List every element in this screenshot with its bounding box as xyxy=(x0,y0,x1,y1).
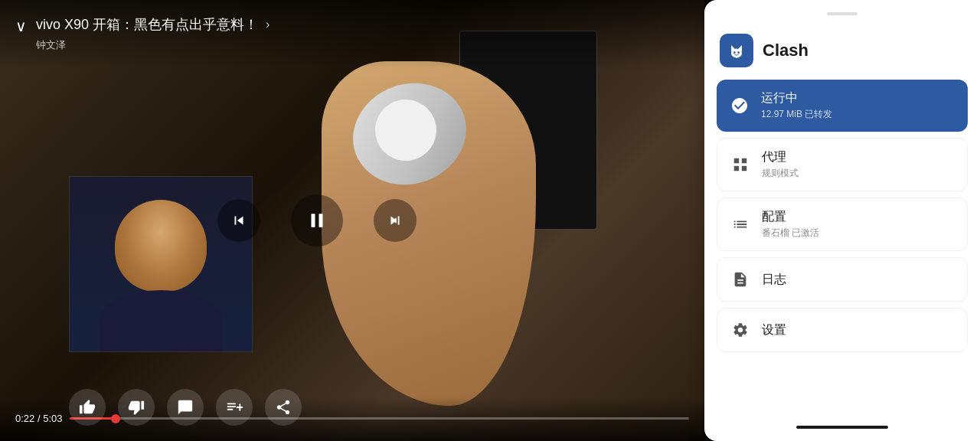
video-author: 钟文泽 xyxy=(36,38,270,52)
video-title-row: vivo X90 开箱：黑色有点出乎意料！ › xyxy=(36,15,270,34)
video-player: ∨ vivo X90 开箱：黑色有点出乎意料！ › 钟文泽 xyxy=(0,0,704,441)
running-label: 运行中 xyxy=(761,90,832,106)
clash-app-icon xyxy=(720,34,753,67)
dislike-button[interactable] xyxy=(118,389,155,426)
total-time: 5:03 xyxy=(43,413,62,424)
check-circle-icon xyxy=(729,95,750,116)
scroll-indicator-top xyxy=(827,12,858,15)
like-button[interactable] xyxy=(69,389,106,426)
time-display: 0:22 / 5:03 xyxy=(15,413,62,424)
center-controls xyxy=(217,194,416,247)
clash-menu-item-running[interactable]: 运行中 12.97 MiB 已转发 xyxy=(717,80,968,132)
log-label: 日志 xyxy=(762,272,786,288)
title-area: vivo X90 开箱：黑色有点出乎意料！ › 钟文泽 xyxy=(36,15,270,52)
add-to-playlist-button[interactable] xyxy=(216,389,253,426)
chevron-down-icon[interactable]: ∨ xyxy=(15,17,27,35)
proxy-label: 代理 xyxy=(762,149,799,165)
clash-menu-item-proxy[interactable]: 代理 规则模式 xyxy=(717,138,968,191)
share-button[interactable] xyxy=(265,389,302,426)
config-menu-text: 配置 番石榴 已激活 xyxy=(762,209,819,240)
list-icon xyxy=(730,214,751,235)
svg-point-3 xyxy=(737,51,740,54)
skip-next-button[interactable] xyxy=(374,199,416,242)
gear-icon xyxy=(730,319,751,341)
grid-icon xyxy=(730,154,751,175)
document-icon xyxy=(730,269,751,290)
scroll-indicator-bottom xyxy=(796,426,888,429)
current-time: 0:22 xyxy=(15,413,34,424)
play-pause-button[interactable] xyxy=(291,194,343,247)
clash-menu-item-config[interactable]: 配置 番石榴 已激活 xyxy=(717,198,968,251)
top-bar: ∨ vivo X90 开箱：黑色有点出乎意料！ › 钟文泽 xyxy=(0,0,704,69)
running-menu-text: 运行中 12.97 MiB 已转发 xyxy=(761,90,832,121)
clash-menu-item-settings[interactable]: 设置 xyxy=(717,308,968,352)
clash-panel: Clash 运行中 12.97 MiB 已转发 代理 xyxy=(704,0,980,441)
comment-button[interactable] xyxy=(167,389,204,426)
clash-header: Clash xyxy=(704,28,980,80)
svg-point-2 xyxy=(733,51,736,54)
skip-prev-button[interactable] xyxy=(217,199,260,242)
clash-menu-item-log[interactable]: 日志 xyxy=(717,257,968,302)
config-sublabel: 番石榴 已激活 xyxy=(762,227,819,240)
running-sublabel: 12.97 MiB 已转发 xyxy=(761,108,832,121)
expand-icon[interactable]: › xyxy=(266,18,270,31)
controls-overlay: 0:22 / 5:03 xyxy=(0,397,704,441)
action-buttons-row xyxy=(69,389,302,426)
settings-menu-text: 设置 xyxy=(762,322,786,338)
proxy-sublabel: 规则模式 xyxy=(762,167,799,180)
clash-app-name: Clash xyxy=(763,41,808,60)
svg-point-1 xyxy=(731,48,742,57)
settings-label: 设置 xyxy=(762,322,786,338)
proxy-menu-text: 代理 规则模式 xyxy=(762,149,799,180)
clash-menu-list: 运行中 12.97 MiB 已转发 代理 规则模式 xyxy=(704,80,980,416)
log-menu-text: 日志 xyxy=(762,272,786,288)
video-title-text: vivo X90 开箱：黑色有点出乎意料！ xyxy=(36,15,258,34)
config-label: 配置 xyxy=(762,209,819,225)
